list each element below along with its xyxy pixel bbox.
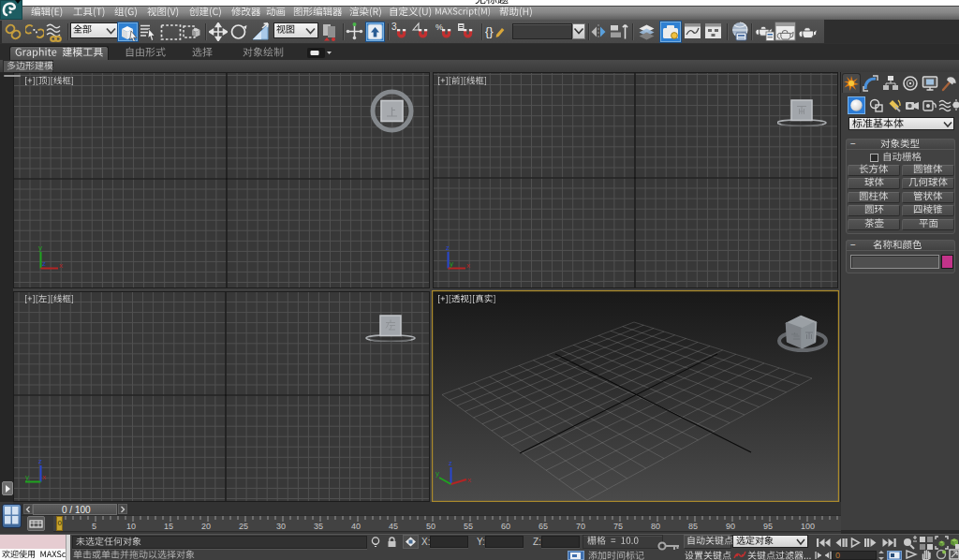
- svg-text:{}: {}: [485, 24, 494, 38]
- svg-text:y: y: [435, 469, 439, 478]
- svg-text:x: x: [467, 476, 471, 484]
- svg-text:y: y: [450, 259, 453, 268]
- svg-text:3: 3: [391, 22, 397, 32]
- svg-text:x: x: [466, 261, 470, 270]
- svg-text:z: z: [449, 459, 452, 467]
- svg-text:x: x: [59, 261, 63, 270]
- svg-text:y: y: [38, 243, 42, 252]
- svg-text:%: %: [435, 22, 443, 32]
- svg-text:z: z: [42, 259, 46, 268]
- svg-text:y: y: [25, 473, 29, 481]
- svg-text:z: z: [38, 457, 42, 465]
- svg-text:z: z: [446, 243, 450, 252]
- svg-text:x: x: [42, 473, 46, 481]
